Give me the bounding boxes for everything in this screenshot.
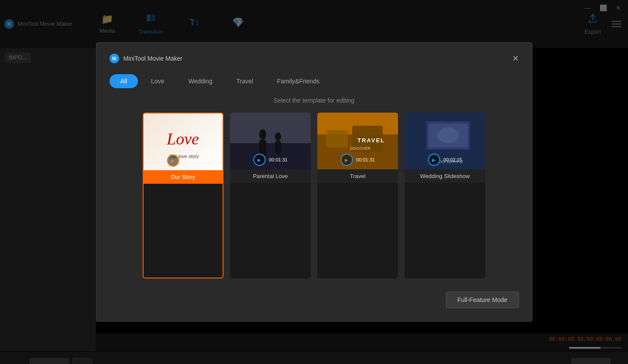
duration-parental: 00:01:31 [269,157,288,162]
love-text: Love [162,125,206,154]
duration-our-story: 00:01:31 [182,158,201,163]
tab-wedding[interactable]: Wedding [177,74,223,88]
modal-logo: M [110,54,119,63]
svg-rect-4 [230,113,311,143]
svg-text:TRAVEL: TRAVEL [357,137,385,144]
svg-rect-9 [275,141,281,154]
template-parental-love[interactable]: ▶ 00:01:31 Parental Love [230,113,311,278]
our-story-content: Love Our love story [162,125,206,159]
duration-travel: 00:01:31 [356,157,375,162]
svg-text:DISCOVER: DISCOVER [350,146,371,151]
full-feature-button[interactable]: Full-Feature Mode [446,292,518,308]
svg-point-6 [259,129,266,140]
tab-travel[interactable]: Travel [225,74,264,88]
modal-close-button[interactable]: ✕ [512,55,519,62]
template-our-story[interactable]: Love Our love story ▶ 00:01:31 Our Story [143,113,223,278]
template-name-travel: Travel [317,169,398,183]
template-thumb-wedding: Joy backdrop ▶ 00:02:15 [405,113,485,169]
modal-title: MiniTool Movie Maker [124,55,508,62]
template-name-our-story: Our Story [144,170,223,184]
play-overlay-travel: ▶ 00:01:31 [340,154,375,166]
play-button-parental[interactable]: ▶ [253,154,265,166]
select-hint: Select the template for editing [110,97,519,104]
template-name-parental: Parental Love [230,169,311,183]
play-overlay-our-story: ▶ 00:01:31 [167,155,201,167]
modal-overlay: M MiniTool Movie Maker ✕ All Love Weddin… [0,0,628,364]
play-overlay-parental: ▶ 00:01:31 [253,154,288,166]
play-button-our-story[interactable]: ▶ [167,155,179,167]
template-thumb-our-story: Love Our love story ▶ 00:01:31 [144,113,223,170]
template-wedding-slideshow[interactable]: Joy backdrop ▶ 00:02:15 Wedding Slidesho… [405,113,485,278]
play-button-travel[interactable]: ▶ [340,154,353,166]
template-grid: Love Our love story ▶ 00:01:31 Our Story [110,113,519,278]
svg-rect-12 [326,130,348,148]
svg-text:Love: Love [166,130,199,148]
template-thumb-parental: ▶ 00:01:31 [230,113,311,169]
play-button-wedding[interactable]: ▶ [428,154,440,166]
template-name-wedding: Wedding Slideshow [405,169,485,183]
play-overlay-wedding: ▶ 00:02:15 [428,154,462,166]
modal-dialog: M MiniTool Movie Maker ✕ All Love Weddin… [96,42,532,322]
tab-all[interactable]: All [110,74,138,88]
svg-point-19 [437,127,459,143]
template-thumb-travel: TRAVEL DISCOVER ▶ 00:01:31 [317,113,398,169]
category-tabs: All Love Wedding Travel Family&Friends [110,74,519,88]
duration-wedding: 00:02:15 [443,157,462,162]
svg-point-8 [275,132,281,141]
svg-rect-7 [259,140,266,155]
modal-titlebar: M MiniTool Movie Maker ✕ [110,54,519,63]
tab-family[interactable]: Family&Friends [266,74,330,88]
template-travel[interactable]: TRAVEL DISCOVER ▶ 00:01:31 Travel [317,113,398,278]
tab-love[interactable]: Love [140,74,175,88]
modal-footer: Full-Feature Mode [110,292,519,308]
